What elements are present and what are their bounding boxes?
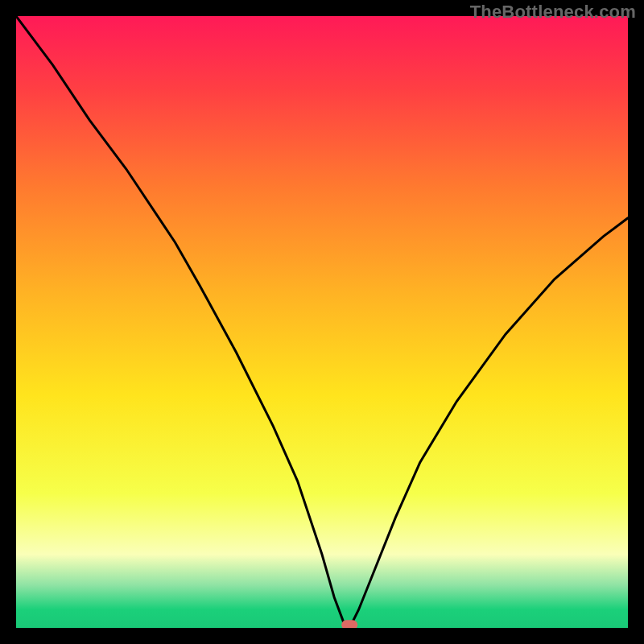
watermark-text: TheBottleneck.com	[470, 2, 636, 23]
chart-frame: TheBottleneck.com	[0, 0, 644, 644]
plot-area	[16, 16, 628, 628]
chart-background	[16, 16, 628, 628]
chart-svg	[16, 16, 628, 628]
minimum-marker	[341, 620, 357, 628]
